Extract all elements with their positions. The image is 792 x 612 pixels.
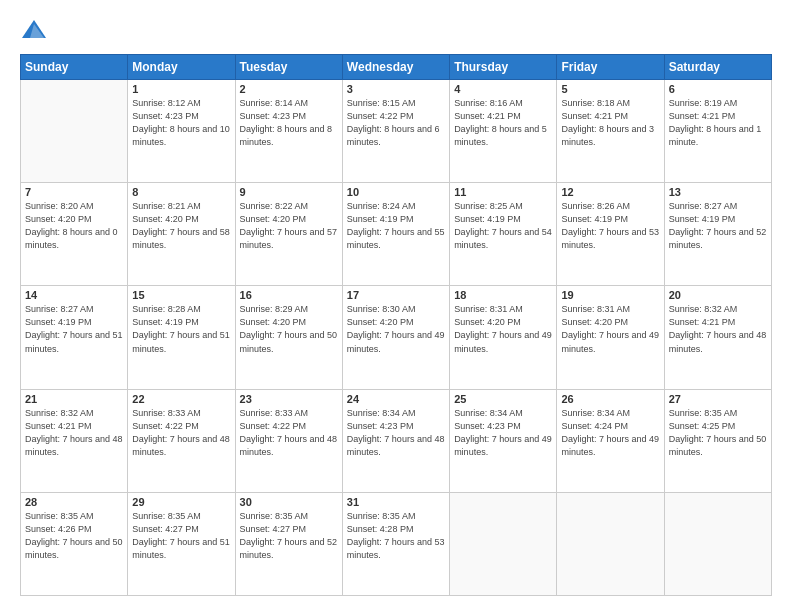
- day-number: 29: [132, 496, 230, 508]
- calendar-cell: 31Sunrise: 8:35 AM Sunset: 4:28 PM Dayli…: [342, 492, 449, 595]
- day-info: Sunrise: 8:35 AM Sunset: 4:26 PM Dayligh…: [25, 510, 123, 562]
- day-info: Sunrise: 8:22 AM Sunset: 4:20 PM Dayligh…: [240, 200, 338, 252]
- day-info: Sunrise: 8:16 AM Sunset: 4:21 PM Dayligh…: [454, 97, 552, 149]
- day-info: Sunrise: 8:31 AM Sunset: 4:20 PM Dayligh…: [454, 303, 552, 355]
- day-info: Sunrise: 8:27 AM Sunset: 4:19 PM Dayligh…: [669, 200, 767, 252]
- calendar-cell: [21, 80, 128, 183]
- header: [20, 16, 772, 44]
- day-number: 30: [240, 496, 338, 508]
- day-info: Sunrise: 8:33 AM Sunset: 4:22 PM Dayligh…: [240, 407, 338, 459]
- day-info: Sunrise: 8:12 AM Sunset: 4:23 PM Dayligh…: [132, 97, 230, 149]
- calendar-cell: 17Sunrise: 8:30 AM Sunset: 4:20 PM Dayli…: [342, 286, 449, 389]
- day-info: Sunrise: 8:35 AM Sunset: 4:27 PM Dayligh…: [132, 510, 230, 562]
- calendar-cell: 13Sunrise: 8:27 AM Sunset: 4:19 PM Dayli…: [664, 183, 771, 286]
- day-info: Sunrise: 8:31 AM Sunset: 4:20 PM Dayligh…: [561, 303, 659, 355]
- day-info: Sunrise: 8:29 AM Sunset: 4:20 PM Dayligh…: [240, 303, 338, 355]
- day-number: 31: [347, 496, 445, 508]
- page: SundayMondayTuesdayWednesdayThursdayFrid…: [0, 0, 792, 612]
- calendar-cell: 12Sunrise: 8:26 AM Sunset: 4:19 PM Dayli…: [557, 183, 664, 286]
- weekday-header-tuesday: Tuesday: [235, 55, 342, 80]
- calendar-cell: 11Sunrise: 8:25 AM Sunset: 4:19 PM Dayli…: [450, 183, 557, 286]
- calendar-week-row: 7Sunrise: 8:20 AM Sunset: 4:20 PM Daylig…: [21, 183, 772, 286]
- day-number: 18: [454, 289, 552, 301]
- day-number: 4: [454, 83, 552, 95]
- day-number: 23: [240, 393, 338, 405]
- calendar-table: SundayMondayTuesdayWednesdayThursdayFrid…: [20, 54, 772, 596]
- day-number: 3: [347, 83, 445, 95]
- day-number: 9: [240, 186, 338, 198]
- day-info: Sunrise: 8:15 AM Sunset: 4:22 PM Dayligh…: [347, 97, 445, 149]
- day-number: 12: [561, 186, 659, 198]
- calendar-cell: 4Sunrise: 8:16 AM Sunset: 4:21 PM Daylig…: [450, 80, 557, 183]
- calendar-cell: [450, 492, 557, 595]
- calendar-cell: 14Sunrise: 8:27 AM Sunset: 4:19 PM Dayli…: [21, 286, 128, 389]
- day-number: 24: [347, 393, 445, 405]
- calendar-cell: 6Sunrise: 8:19 AM Sunset: 4:21 PM Daylig…: [664, 80, 771, 183]
- day-info: Sunrise: 8:35 AM Sunset: 4:27 PM Dayligh…: [240, 510, 338, 562]
- day-number: 16: [240, 289, 338, 301]
- calendar-cell: 28Sunrise: 8:35 AM Sunset: 4:26 PM Dayli…: [21, 492, 128, 595]
- day-number: 22: [132, 393, 230, 405]
- day-number: 17: [347, 289, 445, 301]
- day-number: 20: [669, 289, 767, 301]
- day-number: 10: [347, 186, 445, 198]
- weekday-header-monday: Monday: [128, 55, 235, 80]
- calendar-cell: 27Sunrise: 8:35 AM Sunset: 4:25 PM Dayli…: [664, 389, 771, 492]
- day-number: 27: [669, 393, 767, 405]
- calendar-cell: 3Sunrise: 8:15 AM Sunset: 4:22 PM Daylig…: [342, 80, 449, 183]
- calendar-cell: 1Sunrise: 8:12 AM Sunset: 4:23 PM Daylig…: [128, 80, 235, 183]
- calendar-cell: 10Sunrise: 8:24 AM Sunset: 4:19 PM Dayli…: [342, 183, 449, 286]
- day-info: Sunrise: 8:25 AM Sunset: 4:19 PM Dayligh…: [454, 200, 552, 252]
- weekday-header-saturday: Saturday: [664, 55, 771, 80]
- day-number: 5: [561, 83, 659, 95]
- day-number: 26: [561, 393, 659, 405]
- weekday-header-friday: Friday: [557, 55, 664, 80]
- calendar-cell: [664, 492, 771, 595]
- day-info: Sunrise: 8:20 AM Sunset: 4:20 PM Dayligh…: [25, 200, 123, 252]
- calendar-week-row: 21Sunrise: 8:32 AM Sunset: 4:21 PM Dayli…: [21, 389, 772, 492]
- weekday-header-thursday: Thursday: [450, 55, 557, 80]
- day-number: 14: [25, 289, 123, 301]
- day-info: Sunrise: 8:18 AM Sunset: 4:21 PM Dayligh…: [561, 97, 659, 149]
- day-info: Sunrise: 8:26 AM Sunset: 4:19 PM Dayligh…: [561, 200, 659, 252]
- calendar-cell: 22Sunrise: 8:33 AM Sunset: 4:22 PM Dayli…: [128, 389, 235, 492]
- calendar-cell: 29Sunrise: 8:35 AM Sunset: 4:27 PM Dayli…: [128, 492, 235, 595]
- day-number: 6: [669, 83, 767, 95]
- calendar-cell: 9Sunrise: 8:22 AM Sunset: 4:20 PM Daylig…: [235, 183, 342, 286]
- weekday-header-wednesday: Wednesday: [342, 55, 449, 80]
- calendar-cell: 21Sunrise: 8:32 AM Sunset: 4:21 PM Dayli…: [21, 389, 128, 492]
- day-info: Sunrise: 8:24 AM Sunset: 4:19 PM Dayligh…: [347, 200, 445, 252]
- day-number: 11: [454, 186, 552, 198]
- calendar-cell: 2Sunrise: 8:14 AM Sunset: 4:23 PM Daylig…: [235, 80, 342, 183]
- calendar-cell: 23Sunrise: 8:33 AM Sunset: 4:22 PM Dayli…: [235, 389, 342, 492]
- calendar-cell: 16Sunrise: 8:29 AM Sunset: 4:20 PM Dayli…: [235, 286, 342, 389]
- calendar-cell: 30Sunrise: 8:35 AM Sunset: 4:27 PM Dayli…: [235, 492, 342, 595]
- day-info: Sunrise: 8:28 AM Sunset: 4:19 PM Dayligh…: [132, 303, 230, 355]
- calendar-cell: 15Sunrise: 8:28 AM Sunset: 4:19 PM Dayli…: [128, 286, 235, 389]
- calendar-week-row: 28Sunrise: 8:35 AM Sunset: 4:26 PM Dayli…: [21, 492, 772, 595]
- day-info: Sunrise: 8:34 AM Sunset: 4:24 PM Dayligh…: [561, 407, 659, 459]
- calendar-cell: 5Sunrise: 8:18 AM Sunset: 4:21 PM Daylig…: [557, 80, 664, 183]
- day-info: Sunrise: 8:35 AM Sunset: 4:25 PM Dayligh…: [669, 407, 767, 459]
- day-number: 25: [454, 393, 552, 405]
- calendar-header-row: SundayMondayTuesdayWednesdayThursdayFrid…: [21, 55, 772, 80]
- logo-icon: [20, 16, 48, 44]
- day-info: Sunrise: 8:19 AM Sunset: 4:21 PM Dayligh…: [669, 97, 767, 149]
- day-info: Sunrise: 8:34 AM Sunset: 4:23 PM Dayligh…: [454, 407, 552, 459]
- day-info: Sunrise: 8:32 AM Sunset: 4:21 PM Dayligh…: [669, 303, 767, 355]
- calendar-cell: 26Sunrise: 8:34 AM Sunset: 4:24 PM Dayli…: [557, 389, 664, 492]
- calendar-cell: 7Sunrise: 8:20 AM Sunset: 4:20 PM Daylig…: [21, 183, 128, 286]
- day-number: 28: [25, 496, 123, 508]
- day-info: Sunrise: 8:30 AM Sunset: 4:20 PM Dayligh…: [347, 303, 445, 355]
- day-info: Sunrise: 8:21 AM Sunset: 4:20 PM Dayligh…: [132, 200, 230, 252]
- day-info: Sunrise: 8:27 AM Sunset: 4:19 PM Dayligh…: [25, 303, 123, 355]
- day-number: 8: [132, 186, 230, 198]
- day-number: 2: [240, 83, 338, 95]
- day-info: Sunrise: 8:32 AM Sunset: 4:21 PM Dayligh…: [25, 407, 123, 459]
- day-info: Sunrise: 8:34 AM Sunset: 4:23 PM Dayligh…: [347, 407, 445, 459]
- calendar-cell: 20Sunrise: 8:32 AM Sunset: 4:21 PM Dayli…: [664, 286, 771, 389]
- day-number: 1: [132, 83, 230, 95]
- calendar-week-row: 14Sunrise: 8:27 AM Sunset: 4:19 PM Dayli…: [21, 286, 772, 389]
- day-number: 13: [669, 186, 767, 198]
- day-info: Sunrise: 8:33 AM Sunset: 4:22 PM Dayligh…: [132, 407, 230, 459]
